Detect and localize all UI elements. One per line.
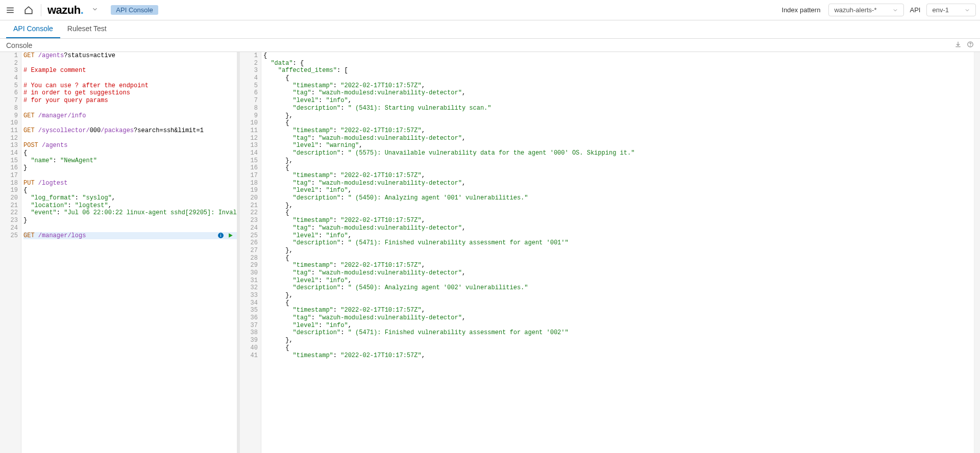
code-line[interactable]: "data": { — [263, 60, 980, 67]
index-pattern-select[interactable]: wazuh-alerts-* — [828, 4, 903, 16]
code-line[interactable]: "tag": "wazuh-modulesd:vulnerability-det… — [263, 89, 980, 97]
tab-api-console[interactable]: API Console — [6, 20, 60, 38]
code-line[interactable]: # Example comment — [23, 67, 237, 74]
code-line[interactable]: "timestamp": "2022-02-17T10:17:57Z", — [263, 172, 980, 180]
code-line[interactable]: "level": "info", — [263, 232, 980, 240]
code-line[interactable] — [23, 105, 237, 112]
code-line[interactable]: "timestamp": "2022-02-17T10:17:57Z", — [263, 127, 980, 135]
scrollbar[interactable] — [974, 52, 980, 453]
code-line[interactable]: "level": "info", — [263, 187, 980, 194]
code-line[interactable]: "level": "info", — [263, 322, 980, 330]
code-line[interactable]: "tag": "wazuh-modulesd:vulnerability-det… — [263, 180, 980, 187]
code-line[interactable]: # in order to get suggestions — [23, 89, 237, 97]
code-line[interactable]: { — [263, 74, 980, 82]
code-line[interactable]: GET /syscollector/000/packages?search=ss… — [23, 127, 237, 135]
code-line[interactable] — [23, 135, 237, 142]
code-line[interactable]: # for your query params — [23, 97, 237, 105]
code-line[interactable]: "level": "warning", — [263, 142, 980, 149]
code-line[interactable]: GET /agents?status=active — [23, 52, 237, 60]
code-line[interactable]: "event": "Jul 06 22:00:22 linux-agent ss… — [23, 209, 237, 217]
code-line[interactable]: { — [263, 344, 980, 352]
code-line[interactable]: }, — [263, 292, 980, 299]
code-line[interactable]: { — [263, 209, 980, 217]
code-line[interactable]: "description": " (5431): Starting vulner… — [263, 105, 980, 112]
editor-split: 1234567891011121314▾1516171819▾202122232… — [0, 52, 980, 453]
code-line[interactable]: "timestamp": "2022-02-17T10:17:57Z", — [263, 352, 980, 360]
api-select[interactable]: env-1 — [926, 4, 976, 16]
chevron-down-icon — [892, 7, 898, 13]
divider — [41, 4, 41, 16]
run-icon[interactable] — [227, 232, 234, 239]
code-line[interactable]: { — [263, 164, 980, 172]
code-line[interactable]: "location": "logtest", — [23, 202, 237, 210]
index-pattern-label: Index pattern — [782, 6, 821, 14]
code-line[interactable]: }, — [263, 112, 980, 120]
code-line[interactable] — [23, 119, 237, 127]
code-line[interactable] — [23, 60, 237, 67]
home-button[interactable] — [22, 4, 35, 16]
code-line[interactable]: "log_format": "syslog", — [23, 194, 237, 202]
breadcrumb[interactable]: API Console — [111, 5, 158, 15]
chevron-down-icon — [964, 7, 970, 13]
code-line[interactable]: "level": "info", — [263, 277, 980, 285]
request-editor[interactable]: 1234567891011121314▾1516171819▾202122232… — [0, 52, 240, 453]
menu-button[interactable] — [4, 4, 16, 16]
code-line[interactable]: { — [263, 299, 980, 307]
code-line[interactable]: "description": " (5575): Unavailable vul… — [263, 149, 980, 157]
response-gutter: 1▾2▾3▾4▾5678910▾111213141516▾17181920212… — [240, 52, 261, 453]
svg-rect-7 — [220, 235, 221, 237]
top-bar-left: wazuh. API Console — [4, 4, 782, 17]
code-line[interactable]: "description": " (5450): Analyzing agent… — [263, 194, 980, 202]
code-line[interactable]: "timestamp": "2022-02-17T10:17:57Z", — [263, 82, 980, 90]
code-line[interactable]: "timestamp": "2022-02-17T10:17:57Z", — [263, 307, 980, 314]
code-line[interactable]: { — [263, 255, 980, 262]
code-line[interactable]: "description": " (5471): Finished vulner… — [263, 239, 980, 247]
code-line[interactable]: { — [263, 52, 980, 60]
response-editor[interactable]: 1▾2▾3▾4▾5678910▾111213141516▾17181920212… — [240, 52, 980, 453]
code-line[interactable] — [23, 172, 237, 180]
code-line[interactable]: } — [23, 164, 237, 172]
top-bar: wazuh. API Console Index pattern wazuh-a… — [0, 0, 980, 20]
code-line[interactable]: "tag": "wazuh-modulesd:vulnerability-det… — [263, 314, 980, 322]
download-icon — [954, 41, 962, 48]
console-header-actions — [954, 41, 974, 49]
code-line[interactable]: }, — [263, 202, 980, 210]
console-header: Console — [0, 39, 980, 52]
code-line[interactable]: "timestamp": "2022-02-17T10:17:57Z", — [263, 217, 980, 224]
code-line[interactable]: "name": "NewAgent" — [23, 157, 237, 165]
code-line[interactable]: { — [23, 149, 237, 157]
app-logo[interactable]: wazuh. — [47, 4, 83, 17]
chevron-down-icon[interactable] — [91, 6, 99, 14]
tab-ruleset-test[interactable]: Ruleset Test — [60, 20, 114, 38]
help-button[interactable] — [967, 41, 974, 49]
home-icon — [24, 6, 33, 15]
code-line[interactable]: "description": " (5471): Finished vulner… — [263, 329, 980, 337]
code-line[interactable] — [23, 224, 237, 232]
code-line[interactable]: "description": " (5450): Analyzing agent… — [263, 284, 980, 292]
code-line[interactable]: "tag": "wazuh-modulesd:vulnerability-det… — [263, 224, 980, 232]
code-line[interactable]: { — [263, 119, 980, 127]
code-line[interactable]: "tag": "wazuh-modulesd:vulnerability-det… — [263, 269, 980, 277]
code-line[interactable]: GET /manager/info — [23, 112, 237, 120]
request-code[interactable]: GET /agents?status=active# Example comme… — [21, 52, 237, 453]
code-line[interactable] — [23, 74, 237, 82]
code-line[interactable]: { — [23, 187, 237, 194]
export-button[interactable] — [954, 41, 962, 49]
code-line[interactable]: "affected_items": [ — [263, 67, 980, 74]
hamburger-icon — [6, 6, 15, 15]
code-line[interactable]: PUT /logtest — [23, 180, 237, 187]
code-line[interactable]: } — [23, 217, 237, 224]
code-line[interactable]: "timestamp": "2022-02-17T10:17:57Z", — [263, 262, 980, 269]
code-line[interactable]: }, — [263, 337, 980, 344]
code-line[interactable]: "tag": "wazuh-modulesd:vulnerability-det… — [263, 135, 980, 142]
code-line[interactable]: POST /agents — [23, 142, 237, 149]
code-line[interactable]: }, — [263, 247, 980, 255]
code-line[interactable]: # You can use ? after the endpoint — [23, 82, 237, 90]
code-line[interactable]: "level": "info", — [263, 97, 980, 105]
info-icon[interactable] — [217, 232, 224, 239]
response-code[interactable]: { "data": { "affected_items": [ { "times… — [261, 52, 980, 453]
logo-dot: . — [81, 4, 84, 17]
code-line[interactable]: }, — [263, 157, 980, 165]
svg-point-8 — [220, 234, 221, 234]
code-line[interactable]: GET /manager/logs — [23, 232, 237, 240]
